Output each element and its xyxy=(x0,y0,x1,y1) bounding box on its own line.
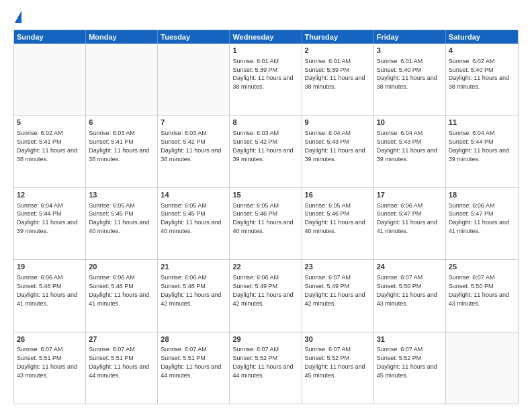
calendar-header-cell: Thursday xyxy=(302,30,374,44)
day-number: 19 xyxy=(17,262,83,272)
day-info: Sunrise: 6:07 AM Sunset: 5:50 PM Dayligh… xyxy=(449,274,509,306)
day-info: Sunrise: 6:01 AM Sunset: 5:40 PM Dayligh… xyxy=(377,58,437,90)
calendar-header-cell: Sunday xyxy=(14,30,86,44)
calendar-cell: 29Sunrise: 6:07 AM Sunset: 5:52 PM Dayli… xyxy=(230,332,302,404)
calendar-header: SundayMondayTuesdayWednesdayThursdayFrid… xyxy=(14,30,518,44)
calendar-header-cell: Saturday xyxy=(446,30,518,44)
calendar-cell: 9Sunrise: 6:04 AM Sunset: 5:43 PM Daylig… xyxy=(302,116,374,187)
day-info: Sunrise: 6:06 AM Sunset: 5:48 PM Dayligh… xyxy=(89,274,149,306)
calendar-cell: 17Sunrise: 6:06 AM Sunset: 5:47 PM Dayli… xyxy=(374,188,446,259)
calendar-cell: 24Sunrise: 6:07 AM Sunset: 5:50 PM Dayli… xyxy=(374,260,446,331)
calendar-header-cell: Monday xyxy=(86,30,158,44)
day-number: 23 xyxy=(305,262,371,272)
day-number: 26 xyxy=(17,334,83,345)
day-number: 29 xyxy=(232,334,298,345)
calendar-cell: 26Sunrise: 6:07 AM Sunset: 5:51 PM Dayli… xyxy=(14,332,86,404)
calendar-cell: 8Sunrise: 6:03 AM Sunset: 5:42 PM Daylig… xyxy=(230,116,302,187)
day-info: Sunrise: 6:04 AM Sunset: 5:44 PM Dayligh… xyxy=(17,202,77,234)
calendar-cell: 11Sunrise: 6:04 AM Sunset: 5:44 PM Dayli… xyxy=(446,116,518,187)
day-number: 6 xyxy=(89,118,154,128)
day-info: Sunrise: 6:06 AM Sunset: 5:48 PM Dayligh… xyxy=(17,274,77,306)
calendar-cell xyxy=(86,44,158,115)
day-info: Sunrise: 6:07 AM Sunset: 5:51 PM Dayligh… xyxy=(89,346,149,378)
day-info: Sunrise: 6:07 AM Sunset: 5:51 PM Dayligh… xyxy=(17,346,77,378)
calendar-cell: 10Sunrise: 6:04 AM Sunset: 5:43 PM Dayli… xyxy=(374,116,446,187)
day-info: Sunrise: 6:05 AM Sunset: 5:46 PM Dayligh… xyxy=(305,202,365,234)
calendar-cell: 13Sunrise: 6:05 AM Sunset: 5:45 PM Dayli… xyxy=(86,188,158,259)
day-info: Sunrise: 6:07 AM Sunset: 5:52 PM Dayligh… xyxy=(232,346,293,378)
calendar-body: 1Sunrise: 6:01 AM Sunset: 5:39 PM Daylig… xyxy=(14,44,518,404)
day-number: 24 xyxy=(377,262,443,272)
day-info: Sunrise: 6:06 AM Sunset: 5:47 PM Dayligh… xyxy=(377,202,437,234)
day-number: 4 xyxy=(449,46,515,56)
calendar-cell: 31Sunrise: 6:07 AM Sunset: 5:52 PM Dayli… xyxy=(374,332,446,404)
day-number: 11 xyxy=(449,118,515,128)
calendar-cell xyxy=(158,44,230,115)
day-number: 12 xyxy=(17,190,83,200)
day-number: 14 xyxy=(161,190,226,200)
day-info: Sunrise: 6:04 AM Sunset: 5:44 PM Dayligh… xyxy=(449,130,509,162)
day-info: Sunrise: 6:01 AM Sunset: 5:39 PM Dayligh… xyxy=(232,58,293,90)
day-info: Sunrise: 6:04 AM Sunset: 5:43 PM Dayligh… xyxy=(377,130,437,162)
logo xyxy=(13,11,21,24)
calendar-cell: 27Sunrise: 6:07 AM Sunset: 5:51 PM Dayli… xyxy=(86,332,158,404)
day-info: Sunrise: 6:04 AM Sunset: 5:43 PM Dayligh… xyxy=(305,130,365,162)
day-info: Sunrise: 6:07 AM Sunset: 5:49 PM Dayligh… xyxy=(305,274,365,306)
day-info: Sunrise: 6:05 AM Sunset: 5:45 PM Dayligh… xyxy=(161,202,221,234)
day-info: Sunrise: 6:07 AM Sunset: 5:51 PM Dayligh… xyxy=(161,346,221,378)
calendar-cell: 1Sunrise: 6:01 AM Sunset: 5:39 PM Daylig… xyxy=(230,44,302,115)
day-info: Sunrise: 6:06 AM Sunset: 5:47 PM Dayligh… xyxy=(449,202,509,234)
day-number: 2 xyxy=(305,46,371,56)
day-info: Sunrise: 6:01 AM Sunset: 5:39 PM Dayligh… xyxy=(305,58,365,90)
calendar-cell: 22Sunrise: 6:06 AM Sunset: 5:49 PM Dayli… xyxy=(230,260,302,331)
day-info: Sunrise: 6:05 AM Sunset: 5:45 PM Dayligh… xyxy=(89,202,149,234)
calendar-cell: 12Sunrise: 6:04 AM Sunset: 5:44 PM Dayli… xyxy=(14,188,86,259)
calendar-cell: 2Sunrise: 6:01 AM Sunset: 5:39 PM Daylig… xyxy=(302,44,374,115)
calendar-week-row: 12Sunrise: 6:04 AM Sunset: 5:44 PM Dayli… xyxy=(14,187,518,259)
calendar-cell: 23Sunrise: 6:07 AM Sunset: 5:49 PM Dayli… xyxy=(302,260,374,331)
day-number: 5 xyxy=(17,118,83,128)
calendar-week-row: 5Sunrise: 6:02 AM Sunset: 5:41 PM Daylig… xyxy=(14,115,518,187)
day-number: 27 xyxy=(89,334,154,345)
day-number: 18 xyxy=(449,190,515,200)
calendar-cell: 30Sunrise: 6:07 AM Sunset: 5:52 PM Dayli… xyxy=(302,332,374,404)
day-number: 17 xyxy=(377,190,443,200)
calendar: SundayMondayTuesdayWednesdayThursdayFrid… xyxy=(13,30,519,404)
calendar-cell: 6Sunrise: 6:03 AM Sunset: 5:41 PM Daylig… xyxy=(86,116,158,187)
page: SundayMondayTuesdayWednesdayThursdayFrid… xyxy=(0,0,532,411)
day-number: 28 xyxy=(161,334,226,345)
day-number: 16 xyxy=(305,190,371,200)
header xyxy=(13,11,519,24)
calendar-cell: 5Sunrise: 6:02 AM Sunset: 5:41 PM Daylig… xyxy=(14,116,86,187)
calendar-week-row: 19Sunrise: 6:06 AM Sunset: 5:48 PM Dayli… xyxy=(14,259,518,331)
logo-triangle-icon xyxy=(15,11,21,23)
calendar-cell: 4Sunrise: 6:02 AM Sunset: 5:40 PM Daylig… xyxy=(446,44,518,115)
calendar-cell: 25Sunrise: 6:07 AM Sunset: 5:50 PM Dayli… xyxy=(446,260,518,331)
day-number: 3 xyxy=(377,46,443,56)
calendar-header-cell: Friday xyxy=(374,30,446,44)
day-info: Sunrise: 6:02 AM Sunset: 5:41 PM Dayligh… xyxy=(17,130,77,162)
calendar-cell: 16Sunrise: 6:05 AM Sunset: 5:46 PM Dayli… xyxy=(302,188,374,259)
calendar-cell: 3Sunrise: 6:01 AM Sunset: 5:40 PM Daylig… xyxy=(374,44,446,115)
day-info: Sunrise: 6:03 AM Sunset: 5:42 PM Dayligh… xyxy=(161,130,221,162)
calendar-header-cell: Wednesday xyxy=(230,30,302,44)
day-info: Sunrise: 6:07 AM Sunset: 5:50 PM Dayligh… xyxy=(377,274,437,306)
calendar-cell: 18Sunrise: 6:06 AM Sunset: 5:47 PM Dayli… xyxy=(446,188,518,259)
calendar-header-cell: Tuesday xyxy=(158,30,230,44)
day-number: 22 xyxy=(232,262,298,272)
day-info: Sunrise: 6:07 AM Sunset: 5:52 PM Dayligh… xyxy=(305,346,365,378)
day-info: Sunrise: 6:06 AM Sunset: 5:49 PM Dayligh… xyxy=(232,274,293,306)
day-info: Sunrise: 6:06 AM Sunset: 5:48 PM Dayligh… xyxy=(161,274,221,306)
calendar-cell: 19Sunrise: 6:06 AM Sunset: 5:48 PM Dayli… xyxy=(14,260,86,331)
day-number: 1 xyxy=(232,46,298,56)
calendar-week-row: 1Sunrise: 6:01 AM Sunset: 5:39 PM Daylig… xyxy=(14,44,518,115)
calendar-week-row: 26Sunrise: 6:07 AM Sunset: 5:51 PM Dayli… xyxy=(14,332,518,404)
day-info: Sunrise: 6:07 AM Sunset: 5:52 PM Dayligh… xyxy=(377,346,437,378)
calendar-cell xyxy=(446,332,518,404)
day-info: Sunrise: 6:05 AM Sunset: 5:46 PM Dayligh… xyxy=(232,202,293,234)
calendar-cell: 28Sunrise: 6:07 AM Sunset: 5:51 PM Dayli… xyxy=(158,332,230,404)
day-info: Sunrise: 6:03 AM Sunset: 5:42 PM Dayligh… xyxy=(232,130,293,162)
calendar-cell xyxy=(14,44,86,115)
calendar-cell: 15Sunrise: 6:05 AM Sunset: 5:46 PM Dayli… xyxy=(230,188,302,259)
day-info: Sunrise: 6:02 AM Sunset: 5:40 PM Dayligh… xyxy=(449,58,509,90)
